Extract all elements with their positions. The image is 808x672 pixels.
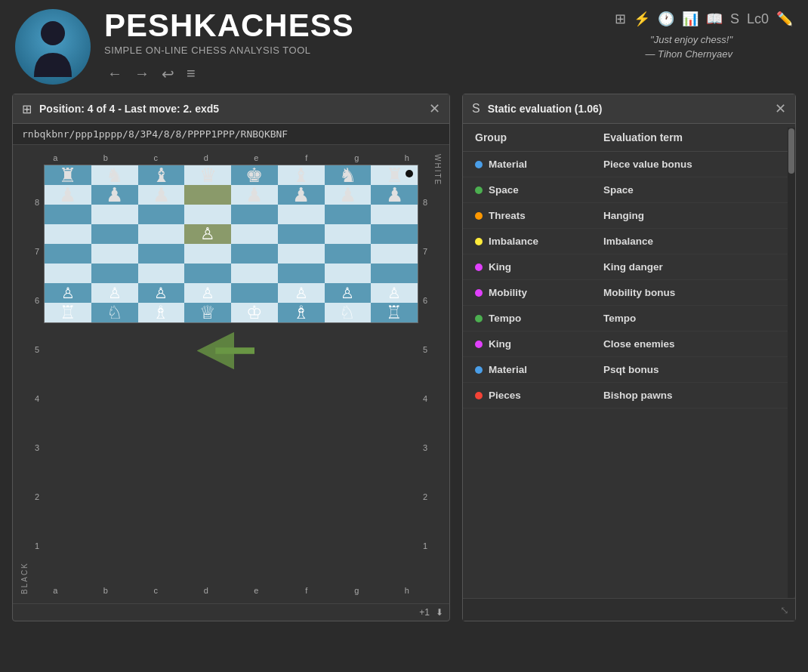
cell-d5[interactable]: ♙ bbox=[184, 224, 231, 244]
cell-b4[interactable] bbox=[91, 244, 138, 264]
cell-e1[interactable]: ♔ bbox=[231, 303, 278, 322]
cell-a7[interactable]: ♟ bbox=[45, 185, 91, 205]
cell-b7[interactable]: ♟ bbox=[91, 185, 138, 205]
cell-g1[interactable]: ♘ bbox=[325, 303, 372, 322]
cell-g8[interactable]: ♞ bbox=[325, 165, 372, 185]
chart-icon[interactable]: 📊 bbox=[682, 11, 699, 27]
lc0-icon[interactable]: Lc0 bbox=[747, 11, 769, 27]
cell-b3[interactable] bbox=[91, 264, 138, 283]
cell-c1[interactable]: ♗ bbox=[138, 303, 185, 322]
cell-d2[interactable]: ♙ bbox=[184, 283, 231, 303]
stockfish-icon[interactable]: S bbox=[730, 11, 739, 27]
cell-g3[interactable] bbox=[325, 264, 372, 283]
cell-g7[interactable]: ♟ bbox=[325, 185, 372, 205]
eval-row[interactable]: Tempo Tempo bbox=[463, 306, 795, 331]
cell-a6[interactable] bbox=[45, 205, 91, 224]
cell-f1[interactable]: ♗ bbox=[278, 303, 325, 322]
eval-row[interactable]: Imbalance Imbalance bbox=[463, 229, 795, 254]
eval-row[interactable]: Material Piece value bonus bbox=[463, 152, 795, 177]
eval-panel-close[interactable]: ✕ bbox=[775, 100, 786, 117]
grid-icon[interactable]: ⊞ bbox=[615, 11, 626, 27]
eval-row[interactable]: Mobility Mobility bonus bbox=[463, 280, 795, 306]
cell-b6[interactable] bbox=[91, 205, 138, 224]
cell-c4[interactable] bbox=[138, 244, 185, 264]
cell-b5[interactable] bbox=[91, 224, 138, 244]
cell-a8[interactable]: ♜ bbox=[45, 165, 91, 185]
book-icon[interactable]: 📖 bbox=[706, 11, 723, 27]
cell-h1[interactable]: ♖ bbox=[371, 303, 418, 322]
cell-f4[interactable] bbox=[278, 244, 325, 264]
cell-d3[interactable] bbox=[184, 264, 231, 283]
cell-d6[interactable] bbox=[184, 205, 231, 224]
cell-f3[interactable] bbox=[278, 264, 325, 283]
cell-h8[interactable]: ♜ bbox=[371, 165, 418, 185]
cell-g2[interactable]: ♙ bbox=[325, 283, 372, 303]
cell-c8[interactable]: ♝ bbox=[138, 165, 185, 185]
cell-c6[interactable] bbox=[138, 205, 185, 224]
cell-a1[interactable]: ♖ bbox=[45, 303, 91, 322]
cell-a4[interactable] bbox=[45, 244, 91, 264]
cell-f2[interactable]: ♙ bbox=[278, 283, 325, 303]
cell-a2[interactable]: ♙ bbox=[45, 283, 91, 303]
activity-icon[interactable]: ⚡ bbox=[634, 11, 650, 27]
piece-b1: ♘ bbox=[106, 304, 123, 322]
dot-3 bbox=[475, 238, 483, 245]
dot-1 bbox=[475, 186, 483, 194]
cell-e5[interactable] bbox=[231, 224, 278, 244]
board-files-bottom: a b c d e f g h bbox=[30, 584, 432, 597]
right-scrollbar[interactable] bbox=[788, 128, 795, 598]
chess-panel-close[interactable]: ✕ bbox=[429, 100, 440, 117]
cell-g5[interactable] bbox=[325, 224, 372, 244]
eval-row[interactable]: Space Space bbox=[463, 177, 795, 203]
cell-d7[interactable] bbox=[184, 185, 231, 205]
cell-h2[interactable]: ♙ bbox=[371, 283, 418, 303]
cell-d4[interactable] bbox=[184, 244, 231, 264]
scroll-down-icon[interactable]: ⬇ bbox=[436, 607, 443, 618]
cell-d8[interactable]: ♛ bbox=[184, 165, 231, 185]
eval-row[interactable]: Threats Hanging bbox=[463, 203, 795, 229]
cell-c5[interactable] bbox=[138, 224, 185, 244]
back-button[interactable]: ← bbox=[104, 63, 125, 84]
quote-block: "Just enjoy chess!" — Tihon Chernyaev bbox=[646, 32, 794, 62]
cell-f5[interactable] bbox=[278, 224, 325, 244]
cell-e6[interactable] bbox=[231, 205, 278, 224]
cell-b1[interactable]: ♘ bbox=[91, 303, 138, 322]
dot-7 bbox=[475, 341, 483, 348]
header: ⊞ ⚡ 🕐 📊 📖 S Lc0 ✏️ PESHKACHESS SIMPLE ON… bbox=[0, 0, 808, 94]
menu-button[interactable]: ≡ bbox=[183, 63, 199, 84]
cell-h5[interactable] bbox=[371, 224, 418, 244]
eval-row[interactable]: King Close enemies bbox=[463, 331, 795, 357]
cell-c7[interactable]: ♟ bbox=[138, 185, 185, 205]
cell-c3[interactable] bbox=[138, 264, 185, 283]
cell-f7[interactable]: ♟ bbox=[278, 185, 325, 205]
cell-h6[interactable] bbox=[371, 205, 418, 224]
cell-e4[interactable] bbox=[231, 244, 278, 264]
cell-a5[interactable] bbox=[45, 224, 91, 244]
eval-row[interactable]: Material Psqt bonus bbox=[463, 357, 795, 383]
cell-e2[interactable] bbox=[231, 283, 278, 303]
cell-f8[interactable]: ♝ bbox=[278, 165, 325, 185]
cell-b2[interactable]: ♙ bbox=[91, 283, 138, 303]
file-bd: d bbox=[181, 586, 232, 595]
cell-f6[interactable] bbox=[278, 205, 325, 224]
cell-e8[interactable]: ♚ bbox=[231, 165, 278, 185]
cell-h4[interactable] bbox=[371, 244, 418, 264]
cell-d1[interactable]: ♕ bbox=[184, 303, 231, 322]
cell-b8[interactable]: ♞ bbox=[91, 165, 138, 185]
cell-a3[interactable] bbox=[45, 264, 91, 283]
eval-row[interactable]: King King danger bbox=[463, 254, 795, 280]
cell-e3[interactable] bbox=[231, 264, 278, 283]
cell-e7[interactable]: ♟ bbox=[231, 185, 278, 205]
forward-button[interactable]: → bbox=[131, 63, 153, 84]
svg-point-0 bbox=[41, 21, 65, 45]
cell-g4[interactable] bbox=[325, 244, 372, 264]
cell-h3[interactable] bbox=[371, 264, 418, 283]
eval-row[interactable]: Pieces Bishop pawns bbox=[463, 383, 795, 408]
undo-button[interactable]: ↩ bbox=[159, 63, 177, 85]
chess-board[interactable]: ♜ ♞ ♝ ♛ ♚ ♝ ♞ ♜ ♟ bbox=[44, 165, 418, 323]
clock-icon[interactable]: 🕐 bbox=[658, 11, 674, 27]
cell-g6[interactable] bbox=[325, 205, 372, 224]
edit-icon[interactable]: ✏️ bbox=[776, 11, 793, 27]
cell-c2[interactable]: ♙ bbox=[138, 283, 185, 303]
cell-h7[interactable]: ♟ bbox=[371, 185, 418, 205]
